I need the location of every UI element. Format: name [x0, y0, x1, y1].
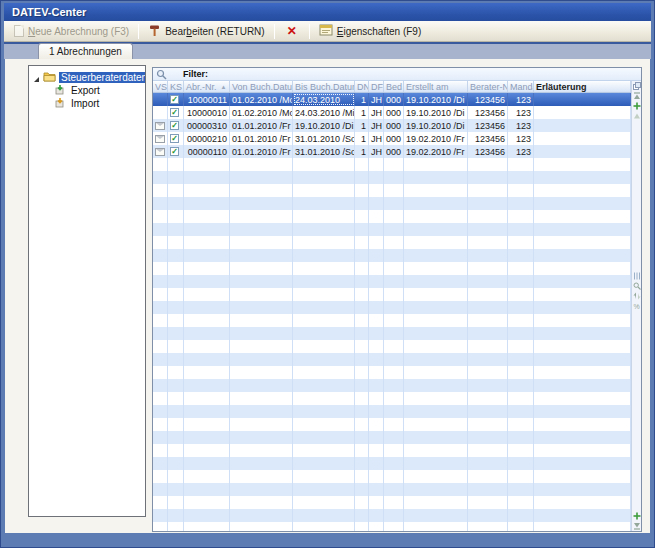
column-header-ks[interactable]: KS — [168, 81, 184, 92]
table-row-empty[interactable] — [153, 275, 631, 288]
scroll-to-top-button[interactable] — [632, 91, 641, 101]
filter-magnifier-icon[interactable] — [156, 69, 167, 80]
title-bar[interactable]: DATEV-Center — [4, 3, 651, 21]
column-header-bis[interactable]: Bis Buch.Datum — [293, 81, 355, 92]
new-abrechnung-label: Neue Abrechnung (F3) — [28, 26, 129, 37]
toolbar-separator — [274, 24, 275, 39]
cell-vs — [153, 444, 168, 457]
column-header-df[interactable]: DF — [369, 81, 384, 92]
column-header-erstellt[interactable]: Erstellt am — [404, 81, 468, 92]
cell-dnr — [355, 496, 369, 509]
table-row-empty[interactable] — [153, 522, 631, 532]
table-row-empty[interactable] — [153, 418, 631, 431]
sort-button[interactable] — [632, 291, 641, 301]
ks-checkbox[interactable]: ✓ — [170, 134, 179, 143]
table-row-empty[interactable] — [153, 340, 631, 353]
cell-abr — [184, 392, 230, 405]
column-header-abr[interactable]: Abr.-Nr.▲ — [184, 81, 230, 92]
tree-item-steuerberaterdaten[interactable]: Steuerberaterdaten — [29, 71, 145, 84]
table-row-empty[interactable] — [153, 236, 631, 249]
cell-von — [230, 314, 293, 327]
column-chooser-icon[interactable] — [632, 81, 641, 91]
add-row-button[interactable] — [632, 101, 641, 111]
cell-von — [230, 184, 293, 197]
abrechnungen-table-panel: Filter: VSKSAbr.-Nr.▲Von Buch.DatumBis B… — [152, 67, 642, 532]
grid-view-button[interactable] — [632, 271, 641, 281]
scroll-to-bottom-button[interactable] — [632, 521, 641, 531]
table-row-empty[interactable] — [153, 171, 631, 184]
cell-vs — [153, 145, 168, 158]
tree-item-import[interactable]: Import — [29, 97, 145, 110]
ks-checkbox[interactable]: ✓ — [170, 108, 179, 117]
cell-erstellt — [404, 275, 468, 288]
ks-checkbox[interactable]: ✓ — [170, 121, 179, 130]
delete-x-icon: ✕ — [284, 25, 300, 37]
table-row-empty[interactable] — [153, 366, 631, 379]
cell-dnr — [355, 431, 369, 444]
column-header-erl[interactable]: Erläuterung — [534, 81, 631, 92]
cell-erl — [534, 470, 631, 483]
cell-abr — [184, 197, 230, 210]
cell-vs — [153, 301, 168, 314]
table-row-empty[interactable] — [153, 444, 631, 457]
properties-button[interactable]: Eigenschaften (F9) — [313, 23, 428, 40]
table-row-empty[interactable] — [153, 470, 631, 483]
table-row[interactable]: ✓1000001001.02.2010 /Mo24.03.2010 /Mi1JH… — [153, 106, 631, 119]
add-button-bottom[interactable] — [632, 511, 641, 521]
column-header-mandan[interactable]: Mandan — [508, 81, 534, 92]
cell-erstellt: 19.10.2010 /Di — [404, 119, 468, 132]
table-row-empty[interactable] — [153, 509, 631, 522]
tree-item-export[interactable]: Export — [29, 84, 145, 97]
table-row-empty[interactable] — [153, 314, 631, 327]
table-row-empty[interactable] — [153, 301, 631, 314]
table-row-empty[interactable] — [153, 405, 631, 418]
table-row[interactable]: ✓0000031001.01.2010 /Fr19.10.2010 /Di1JH… — [153, 119, 631, 132]
new-abrechnung-button[interactable]: Neue Abrechnung (F3) — [8, 23, 135, 40]
table-row-empty[interactable] — [153, 457, 631, 470]
cell-abr — [184, 327, 230, 340]
table-row-empty[interactable] — [153, 353, 631, 366]
table-row-empty[interactable] — [153, 288, 631, 301]
edit-button[interactable]: Bearbeiten (RETURN) — [142, 23, 270, 40]
table-row-empty[interactable] — [153, 327, 631, 340]
column-header-bed[interactable]: Bed — [384, 81, 404, 92]
column-header-von[interactable]: Von Buch.Datum — [230, 81, 293, 92]
tree-expander-icon[interactable] — [33, 74, 40, 81]
cell-ks — [168, 158, 184, 171]
search-button[interactable] — [632, 281, 641, 291]
table-row-empty[interactable] — [153, 496, 631, 509]
cell-ks — [168, 379, 184, 392]
table-row[interactable]: ✓1000001101.02.2010 /Mo24.03.20101JH0001… — [153, 93, 631, 106]
column-header-vs[interactable]: VS — [153, 81, 168, 92]
ks-checkbox[interactable]: ✓ — [170, 147, 179, 156]
cell-vs — [153, 353, 168, 366]
table-row-empty[interactable] — [153, 379, 631, 392]
table-row-empty[interactable] — [153, 184, 631, 197]
column-header-dnr[interactable]: DNr. — [355, 81, 369, 92]
table-row-empty[interactable] — [153, 249, 631, 262]
cell-von — [230, 210, 293, 223]
cell-mandan — [508, 483, 534, 496]
percent-button[interactable]: % — [632, 301, 641, 311]
table-row-empty[interactable] — [153, 483, 631, 496]
table-row-empty[interactable] — [153, 210, 631, 223]
table-row-empty[interactable] — [153, 262, 631, 275]
table-row-empty[interactable] — [153, 158, 631, 171]
table-row-empty[interactable] — [153, 197, 631, 210]
table-row-empty[interactable] — [153, 392, 631, 405]
cell-erstellt — [404, 288, 468, 301]
ks-checkbox[interactable]: ✓ — [170, 95, 179, 104]
scroll-up-button[interactable] — [632, 111, 641, 121]
table-row-empty[interactable] — [153, 431, 631, 444]
cell-erl — [534, 496, 631, 509]
export-icon — [55, 84, 66, 97]
cell-bed — [384, 171, 404, 184]
column-header-berater[interactable]: Berater-Nr. — [468, 81, 508, 92]
cell-abr: 00000210 — [184, 132, 230, 145]
table-row-empty[interactable] — [153, 223, 631, 236]
table-row[interactable]: ✓0000011001.01.2010 /Fr31.01.2010 /So1JH… — [153, 145, 631, 158]
tab-abrechnungen[interactable]: 1 Abrechnungen — [38, 43, 133, 59]
delete-button[interactable]: ✕ — [278, 23, 306, 40]
cell-bis — [293, 444, 355, 457]
table-row[interactable]: ✓0000021001.01.2010 /Fr31.01.2010 /So1JH… — [153, 132, 631, 145]
